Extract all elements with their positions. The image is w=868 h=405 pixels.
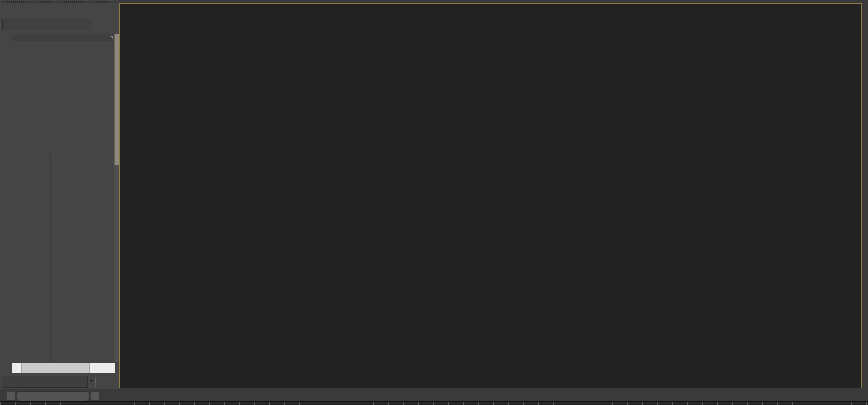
frame-counter-field[interactable] (17, 391, 90, 401)
stats-fps-label (126, 47, 149, 56)
vscroll-thumb[interactable] (114, 34, 119, 165)
viewport-scene (120, 4, 861, 388)
scroll-left-arrow[interactable] (12, 363, 20, 373)
divider (95, 377, 96, 387)
panel-dock-grip[interactable] (1, 0, 118, 3)
frame-next-button[interactable] (91, 392, 99, 401)
list-horizontal-scrollbar[interactable] (12, 363, 115, 373)
stats-polys-label (126, 22, 149, 31)
search-clear-icon[interactable] (93, 20, 101, 29)
hscroll-thumb[interactable] (21, 363, 90, 373)
search-input[interactable] (2, 19, 91, 30)
stats-verts-label (126, 31, 149, 39)
list-vertical-scrollbar[interactable] (114, 34, 119, 362)
sort-direction-icon (110, 36, 113, 39)
column-separator (50, 154, 51, 362)
chevron-down-icon[interactable] (90, 380, 94, 382)
perspective-viewport[interactable] (119, 3, 862, 388)
selection-set-dropdown[interactable] (2, 376, 88, 388)
frame-prev-button[interactable] (7, 392, 15, 401)
scene-explorer-panel (0, 0, 119, 389)
viewport-statistics (126, 13, 149, 56)
column-header-name[interactable] (12, 34, 115, 41)
track-bar-ticks[interactable] (0, 401, 868, 405)
scroll-right-arrow[interactable] (107, 363, 115, 373)
